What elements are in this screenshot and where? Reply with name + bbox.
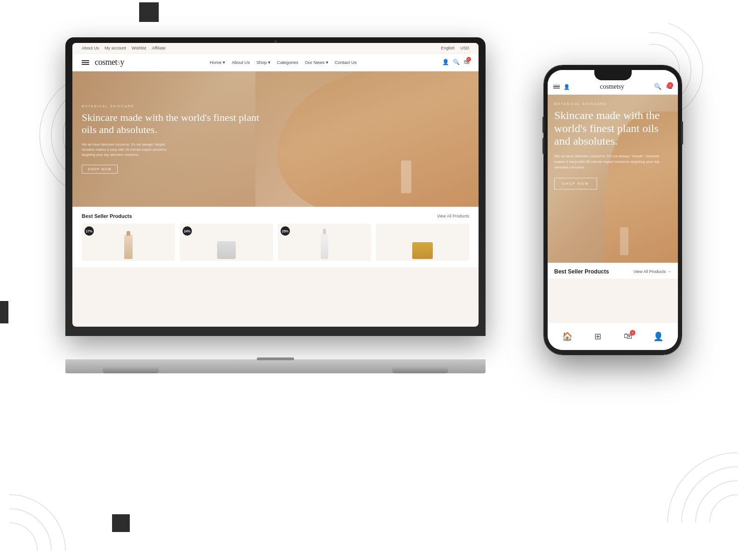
hamburger-icon[interactable] <box>82 60 89 65</box>
phone-products-title: Best Seller Products <box>554 268 609 275</box>
products-header: Best Seller Products View All Products <box>82 213 469 219</box>
svg-point-8 <box>696 481 738 523</box>
product-image <box>124 235 133 259</box>
nav-home[interactable]: Home ▾ <box>210 60 225 65</box>
currency-selector[interactable]: USD <box>460 46 469 50</box>
svg-point-7 <box>710 495 738 523</box>
nav-shop[interactable]: Shop ▾ <box>256 60 270 65</box>
phone-hero-eyebrow: BOTANICAL SKINCARE <box>554 102 671 105</box>
phone-products-section: Best Seller Products View All Products → <box>548 263 678 279</box>
laptop-mockup: About Us My account Wishlist Affiliate E… <box>65 37 486 373</box>
phone-account-icon[interactable]: 👤 <box>564 84 570 90</box>
nav-icons: 👤 🔍 🛍 0 <box>442 59 469 66</box>
product-badge: 25% <box>281 226 290 236</box>
topbar-about[interactable]: About Us <box>82 46 99 50</box>
site-logo: cosmetsy <box>95 57 124 67</box>
topbar-wishlist[interactable]: Wishlist <box>132 46 146 50</box>
phone-hero-content: BOTANICAL SKINCARE Skincare made with th… <box>548 95 678 263</box>
phone-products-header: Best Seller Products View All Products → <box>554 268 671 275</box>
product-card[interactable]: 25% <box>278 224 371 261</box>
laptop-navbar: cosmetsy Home ▾ About Us Shop ▾ Categori… <box>72 54 479 71</box>
phone-cart-badge: 0 <box>667 82 673 88</box>
svg-point-11 <box>9 523 37 551</box>
account-icon[interactable]: 👤 <box>442 59 449 66</box>
phone-hero-description: We all have skincare concerns. It's not … <box>554 154 671 170</box>
nav-news[interactable]: Our News ▾ <box>305 60 328 65</box>
product-card[interactable]: 17% <box>82 224 175 261</box>
product-badge: 17% <box>85 226 94 236</box>
cart-badge: 0 <box>466 57 471 62</box>
laptop-products-section: Best Seller Products View All Products 1… <box>72 207 479 267</box>
product-card[interactable]: 24% <box>180 224 273 261</box>
phone-vol-up <box>543 117 544 133</box>
phone-hamburger-icon[interactable] <box>553 85 560 89</box>
cart-icon[interactable]: 🛍 0 <box>464 59 469 66</box>
scene-container: About Us My account Wishlist Affiliate E… <box>65 37 682 457</box>
phone-nav-grid[interactable]: ⊞ <box>592 331 603 342</box>
phone-view-all-link[interactable]: View All Products → <box>634 269 671 274</box>
laptop-foot-right <box>392 367 448 373</box>
hero-content: BOTANICAL SKINCARE Skincare made with th… <box>72 71 275 207</box>
laptop-topbar: About Us My account Wishlist Affiliate E… <box>72 43 479 54</box>
product-image <box>412 242 433 259</box>
hero-eyebrow: BOTANICAL SKINCARE <box>82 105 266 108</box>
svg-point-13 <box>9 495 65 551</box>
phone-bottom-nav: 🏠 ⊞ 🛍 0 👤 <box>548 322 678 350</box>
phone-search-icon[interactable]: 🔍 <box>654 83 662 91</box>
topbar-affiliate[interactable]: Affiliate <box>152 46 165 50</box>
phone-hero-title: Skincare made with the world's finest pl… <box>554 109 671 148</box>
phone-hero-cta-button[interactable]: SHOP NOW <box>554 178 597 189</box>
search-icon[interactable]: 🔍 <box>453 59 460 66</box>
nav-categories[interactable]: Categories <box>277 60 298 65</box>
svg-point-9 <box>682 467 738 523</box>
topbar-links: About Us My account Wishlist Affiliate <box>82 46 165 50</box>
phone-nav-bag-badge: 0 <box>630 330 635 336</box>
product-card[interactable] <box>376 224 469 261</box>
products-grid: 17% 24% 25% <box>82 224 469 261</box>
phone-nav-bag[interactable]: 🛍 0 <box>622 331 634 342</box>
product-image <box>321 233 328 259</box>
hero-title: Skincare made with the world's finest pl… <box>82 112 266 136</box>
hero-description: We all have skincare concerns. It's not … <box>82 142 175 158</box>
laptop-screen: About Us My account Wishlist Affiliate E… <box>72 43 479 327</box>
nav-about[interactable]: About Us <box>232 60 250 65</box>
phone-vol-down <box>543 138 544 154</box>
phone-power-button <box>681 121 683 145</box>
topbar-account[interactable]: My account <box>105 46 126 50</box>
phone-hero: BOTANICAL SKINCARE Skincare made with th… <box>548 95 678 263</box>
view-all-link[interactable]: View All Products <box>437 214 469 218</box>
topbar-right: English USD <box>441 46 469 50</box>
laptop-base <box>65 359 486 373</box>
product-image <box>217 241 236 259</box>
phone-screen: 👤 cosmetsy 🔍 🛍 0 <box>548 70 678 350</box>
laptop-hinge <box>257 357 294 360</box>
language-selector[interactable]: English <box>441 46 455 50</box>
laptop-camera <box>274 40 277 43</box>
svg-point-12 <box>9 509 51 551</box>
phone-mockup: 👤 cosmetsy 🔍 🛍 0 <box>544 65 682 355</box>
products-title: Best Seller Products <box>82 213 132 219</box>
phone-logo: cosmetsy <box>600 83 624 91</box>
arrow-right-icon: → <box>667 269 671 274</box>
phone-nav-user[interactable]: 👤 <box>653 331 664 342</box>
nav-links: Home ▾ About Us Shop ▾ Categories Our Ne… <box>210 60 357 65</box>
phone-notch <box>594 70 632 80</box>
phone-nav-home[interactable]: 🏠 <box>562 331 573 342</box>
laptop-foot-left <box>103 367 159 373</box>
product-badge: 24% <box>183 226 192 236</box>
hero-cta-button[interactable]: SHOP NOW <box>82 165 118 174</box>
phone-cart-icon[interactable]: 🛍 0 <box>666 83 672 91</box>
svg-point-10 <box>668 453 738 523</box>
laptop-hero: BOTANICAL SKINCARE Skincare made with th… <box>72 71 479 207</box>
nav-contact[interactable]: Contact Us <box>335 60 357 65</box>
phone-nav-icons: 🔍 🛍 0 <box>654 83 672 91</box>
